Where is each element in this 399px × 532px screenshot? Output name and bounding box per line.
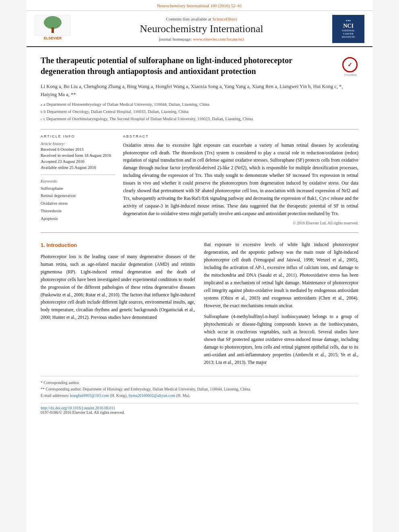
abstract-heading: ABSTRACT: [123, 134, 358, 138]
sciencedirect-link[interactable]: ScienceDirect: [212, 16, 237, 21]
journal-title-banner: Neurochemistry International: [71, 23, 332, 35]
history-label: Article history:: [41, 142, 115, 146]
journal-homepage-link[interactable]: www.elsevier.com/locate/nci: [193, 37, 244, 41]
email-link-2[interactable]: hyma20160602@aliyun.com: [129, 393, 175, 398]
email-link-1[interactable]: konghui6905@163.com: [70, 393, 109, 398]
doi-section: http://dx.doi.org/10.1016/j.neuint.2016.…: [41, 403, 358, 415]
authors-list: Li Kong a, Bo Liu a, Chenghong Zhang a, …: [41, 82, 358, 99]
intro-paragraph-1: Photoreceptor loss is the leading cause …: [41, 253, 195, 322]
footnote-star1: * Corresponding author.: [41, 380, 358, 386]
contents-available: Contents lists available at ScienceDirec…: [71, 16, 332, 21]
svg-rect-2: [51, 27, 54, 33]
article-title: The therapeutic potential of sulforaphan…: [41, 55, 358, 77]
issn-line: 0197-0186/© 2016 Elsevier Ltd. All right…: [41, 410, 358, 415]
received-date: Received 6 October 2015: [41, 147, 115, 152]
intro-paragraph-3: Sulforaphane (4-methylsulfinyl-n-butyl i…: [204, 313, 358, 366]
svg-point-1: [44, 16, 62, 29]
crossmark-badge[interactable]: CrossMark: [342, 57, 358, 73]
footnotes: * Corresponding author. ** Corresponding…: [41, 376, 358, 399]
abstract-text: Oxidative stress due to excessive light …: [123, 142, 358, 218]
keyword-3: Oxidative stress: [41, 200, 115, 207]
keywords-label: Keywords:: [41, 179, 115, 183]
doi-link[interactable]: http://dx.doi.org/10.1016/j.neuint.2016.…: [41, 406, 115, 410]
journal-reference: Neurochemistry International 100 (2016) …: [157, 3, 242, 8]
intro-paragraph-2: that exposure to excessive levels of whi…: [204, 241, 358, 310]
elsevier-logo: ELSEVIER: [35, 15, 71, 43]
revised-date: Received in revised form 18 August 2016: [41, 153, 115, 158]
section1-title: 1. Introduction: [41, 241, 195, 249]
article-info-heading: ARTICLE INFO: [41, 134, 115, 138]
keyword-4: Thioredoxin: [41, 207, 115, 215]
available-date: Available online 25 August 2016: [41, 165, 115, 170]
svg-text:ELSEVIER: ELSEVIER: [44, 36, 62, 40]
footnote-star2: ** Corresponding author. Department of H…: [41, 386, 358, 392]
doi-link-line: http://dx.doi.org/10.1016/j.neuint.2016.…: [41, 406, 358, 410]
keyword-5: Apoptosis: [41, 215, 115, 223]
keyword-1: Sulforaphane: [41, 185, 115, 193]
journal-homepage: journal homepage: www.elsevier.com/locat…: [71, 37, 332, 41]
affiliations: a a Department of Histoembryology of Dal…: [41, 101, 358, 123]
footnote-email: E-mail addresses: konghui6905@163.com (H…: [41, 392, 358, 399]
accepted-date: Accepted 23 August 2016: [41, 159, 115, 164]
copyright-notice: © 2016 Elsevier Ltd. All rights reserved…: [123, 221, 358, 225]
nci-logo: ●●● NCI NATIONALCANCERINSTITUTE: [332, 15, 364, 43]
keyword-2: Retinal degeneration: [41, 192, 115, 200]
